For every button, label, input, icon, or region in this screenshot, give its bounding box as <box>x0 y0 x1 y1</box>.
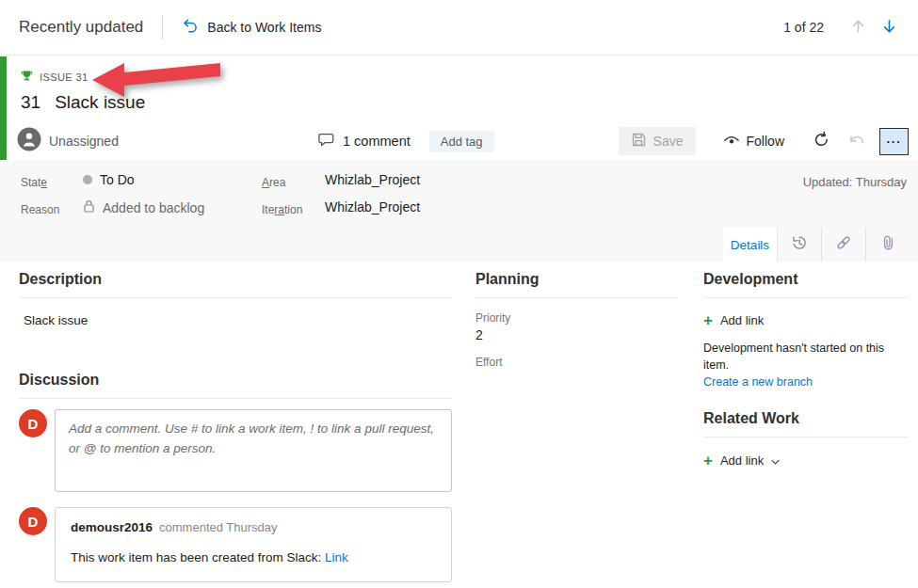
follow-eye-icon <box>723 133 740 150</box>
divider <box>19 398 452 399</box>
area-field-label: Area <box>262 176 285 189</box>
assignee-label: Unassigned <box>49 134 119 149</box>
work-item-page: Recently updated Back to Work Items 1 of… <box>0 0 918 588</box>
comment-header: demousr2016 commented Thursday <box>71 520 436 534</box>
development-add-link-button[interactable]: + Add link <box>703 312 909 328</box>
create-branch-link[interactable]: Create a new branch <box>703 375 813 389</box>
arrow-down-icon <box>881 24 897 38</box>
description-body[interactable]: Slack issue <box>24 313 452 327</box>
work-item-header: ISSUE 31 31 Slack issue Unassigned <box>0 56 918 160</box>
divider <box>475 297 678 298</box>
comment-body: This work item has been created from Sla… <box>71 550 436 564</box>
new-comment-row: D Add a comment. Use # to link a work it… <box>19 409 452 492</box>
refresh-button[interactable] <box>810 128 833 154</box>
query-context-label[interactable]: Recently updated <box>19 18 143 37</box>
work-item-type-color-bar <box>0 56 7 160</box>
state-dot-icon <box>83 175 92 184</box>
history-icon <box>791 234 808 255</box>
undo-icon <box>848 135 865 150</box>
undo-button[interactable] <box>846 130 868 152</box>
comment-card: demousr2016 commented Thursday This work… <box>55 507 452 582</box>
description-discussion-column: Description Slack issue Discussion D Add… <box>19 271 452 582</box>
back-label: Back to Work Items <box>207 20 321 35</box>
fields-panel: State To Do Reason Added to backlog Area… <box>0 160 918 262</box>
title-row: 31 Slack issue <box>21 92 145 113</box>
chevron-down-icon <box>771 452 780 469</box>
slack-link[interactable]: Link <box>325 550 348 564</box>
comment-author-name[interactable]: demousr2016 <box>71 520 153 534</box>
discussion-heading: Discussion <box>19 372 452 389</box>
assignee-picker[interactable]: Unassigned <box>17 127 318 155</box>
paperclip-icon <box>880 234 896 255</box>
previous-item-button[interactable] <box>843 14 874 41</box>
comment-count-label: 1 comment <box>343 134 411 149</box>
comment-row: D demousr2016 commented Thursday This wo… <box>19 507 452 582</box>
planning-column: Planning Priority 2 Effort <box>475 271 678 369</box>
issue-trophy-icon <box>21 69 33 86</box>
reason-field-value: Added to backlog <box>83 199 204 216</box>
next-item-button[interactable] <box>874 14 905 41</box>
current-user-avatar: D <box>19 409 47 437</box>
description-heading: Description <box>19 271 452 288</box>
more-actions-button[interactable]: ··· <box>879 128 909 155</box>
tab-history[interactable] <box>777 228 821 262</box>
work-item-type-row: ISSUE 31 <box>21 69 89 86</box>
priority-label: Priority <box>475 311 678 325</box>
development-column: Development + Add link Development hasn'… <box>703 271 909 469</box>
work-item-id: 31 <box>21 92 40 113</box>
comment-bubble-icon <box>318 132 335 151</box>
save-button[interactable]: Save <box>619 127 696 155</box>
header-controls-row: Unassigned 1 comment Add tag <box>17 127 909 155</box>
comment-timestamp: commented Thursday <box>159 520 278 534</box>
development-heading: Development <box>703 271 909 288</box>
area-field-value[interactable]: Whizlab_Project <box>325 172 420 187</box>
save-floppy-icon <box>631 132 647 151</box>
work-item-type-label: ISSUE 31 <box>40 72 89 83</box>
comment-input[interactable]: Add a comment. Use # to link a work item… <box>55 409 452 492</box>
state-field-value[interactable]: To Do <box>83 172 135 187</box>
pagination-label: 1 of 22 <box>783 20 824 35</box>
comment-author-avatar: D <box>19 507 47 535</box>
back-to-work-items-button[interactable]: Back to Work Items <box>182 18 321 38</box>
divider <box>19 297 452 298</box>
iteration-field-label: Iteration <box>262 203 302 216</box>
development-status-text: Development hasn't started on this item. <box>703 340 909 373</box>
updated-timestamp: Updated: Thursday <box>803 175 907 189</box>
tab-details[interactable]: Details <box>723 228 777 262</box>
divider <box>703 297 909 298</box>
reason-field-label: Reason <box>21 203 59 216</box>
iteration-field-value[interactable]: Whizlab_Project <box>325 199 420 215</box>
plus-icon: + <box>703 312 713 328</box>
plus-icon: + <box>703 453 713 469</box>
top-bar: Recently updated Back to Work Items 1 of… <box>0 0 918 56</box>
follow-button[interactable]: Follow <box>723 133 784 150</box>
effort-label: Effort <box>475 356 678 369</box>
planning-heading: Planning <box>475 271 678 288</box>
divider <box>703 437 909 437</box>
save-label: Save <box>653 134 684 149</box>
lock-icon <box>83 199 95 216</box>
work-item-title[interactable]: Slack issue <box>55 92 145 113</box>
back-icon <box>182 18 199 38</box>
tab-attachments[interactable] <box>865 228 910 262</box>
related-work-heading: Related Work <box>703 410 909 427</box>
refresh-icon <box>813 137 830 151</box>
priority-value[interactable]: 2 <box>475 327 678 342</box>
unassigned-person-icon <box>17 127 41 155</box>
comment-count-button[interactable]: 1 comment <box>318 132 411 151</box>
divider <box>162 15 163 40</box>
related-work-add-link-button[interactable]: + Add link <box>703 452 909 469</box>
follow-label: Follow <box>747 134 784 149</box>
arrow-up-icon <box>850 24 866 38</box>
tab-links[interactable] <box>821 228 865 262</box>
link-icon <box>835 234 852 255</box>
add-tag-button[interactable]: Add tag <box>429 131 494 152</box>
detail-tabs: Details <box>723 228 910 262</box>
state-field-label: State <box>21 176 47 189</box>
